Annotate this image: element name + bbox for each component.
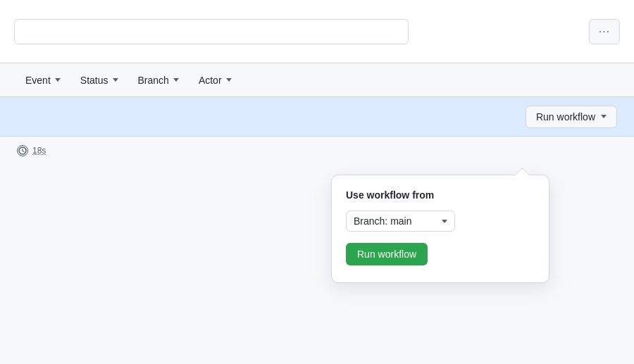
status-filter-button[interactable]: Status (72, 70, 127, 90)
branch-select-chevron-icon (442, 220, 447, 223)
branch-filter-button[interactable]: Branch (130, 70, 187, 90)
dropdown-title: Use workflow from (346, 189, 535, 201)
timing-value: 18s (32, 146, 46, 156)
run-workflow-button[interactable]: Run workflow (526, 106, 617, 128)
status-filter-label: Status (80, 75, 108, 86)
actor-chevron-icon (226, 78, 232, 82)
clock-icon (17, 145, 28, 156)
event-chevron-icon (55, 78, 61, 82)
search-input[interactable] (14, 19, 409, 44)
event-filter-label: Event (25, 75, 51, 86)
branch-chevron-icon (173, 78, 179, 82)
filter-bar: Event Status Branch Actor (0, 63, 634, 97)
event-filter-button[interactable]: Event (17, 70, 69, 90)
run-workflow-green-button[interactable]: Run workflow (346, 243, 428, 265)
actor-filter-button[interactable]: Actor (190, 70, 240, 90)
top-bar: ··· (0, 0, 634, 63)
run-workflow-chevron-icon (601, 115, 607, 118)
search-container (14, 19, 409, 44)
status-chevron-icon (113, 78, 118, 82)
bottom-area: 18s (0, 137, 634, 165)
run-workflow-label: Run workflow (536, 111, 595, 123)
more-button[interactable]: ··· (589, 19, 620, 44)
run-workflow-dropdown: Use workflow from Branch: main Run workf… (331, 175, 549, 283)
branch-filter-label: Branch (138, 75, 169, 86)
branch-select-button[interactable]: Branch: main (346, 211, 455, 232)
highlight-row: Run workflow (0, 97, 634, 137)
branch-select-label: Branch: main (354, 215, 411, 227)
more-icon: ··· (599, 25, 610, 38)
actor-filter-label: Actor (199, 75, 222, 86)
